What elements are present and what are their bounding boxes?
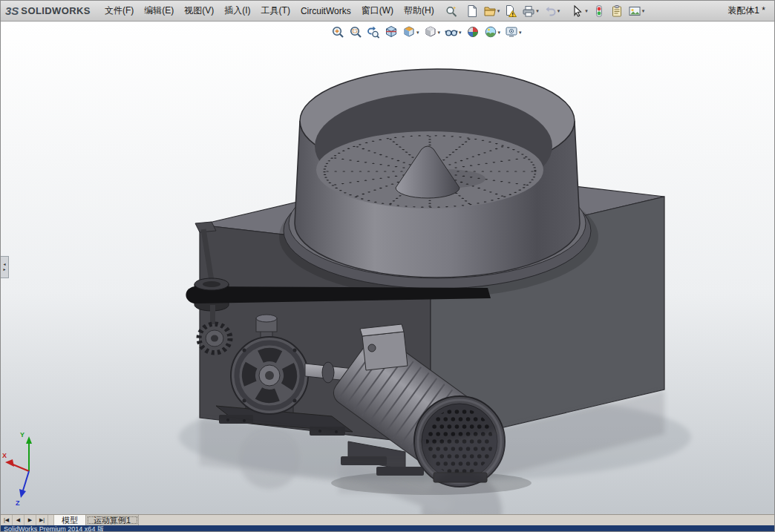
chevron-down-icon: ▾: [416, 30, 419, 35]
status-text: SolidWorks Premium 2014 x64 版: [4, 525, 104, 532]
search-icon: [445, 5, 457, 17]
zoom-fit-button[interactable]: [330, 24, 346, 40]
document-title: 装配体1 *: [727, 4, 765, 17]
chevron-down-icon: ▾: [498, 30, 501, 35]
chevron-down-icon: ▾: [557, 8, 560, 13]
menu-bar: 3S SOLIDWORKS 文件(F) 编辑(E) 视图(V) 插入(I) 工具…: [1, 1, 774, 22]
tab-model[interactable]: 模型: [54, 515, 86, 525]
panel-expand-handle[interactable]: ◂ ▸: [1, 256, 9, 278]
edit-appearance-button[interactable]: [465, 24, 481, 40]
rebuild-icon: [592, 4, 606, 18]
new-document-icon: [465, 4, 479, 18]
previous-view-button[interactable]: [365, 24, 382, 40]
view-settings-button[interactable]: ▾: [503, 24, 523, 40]
options-button[interactable]: ▾: [627, 2, 647, 20]
document-warning-button[interactable]: [503, 2, 519, 20]
menu-view[interactable]: 视图(V): [179, 1, 219, 20]
section-view-icon: [385, 25, 398, 39]
print-icon: [522, 4, 535, 18]
apply-scene-button[interactable]: ▾: [483, 24, 503, 40]
quick-access-toolbar: ▾ ▾: [463, 2, 647, 20]
chevron-down-icon: ▾: [519, 30, 522, 35]
hide-show-items-button[interactable]: ▾: [443, 24, 463, 40]
open-icon: [483, 4, 497, 18]
triad-x-label: X: [2, 452, 7, 459]
tab-splitter[interactable]: [48, 515, 54, 525]
panel-left-arrow-icon: ◂: [3, 262, 5, 267]
menu-tools[interactable]: 工具(T): [256, 1, 295, 20]
study-tab-bar: |◀ ◀ ▶ ▶| 模型 运动算例1: [1, 514, 774, 525]
chevron-down-icon: ▾: [642, 8, 645, 13]
brand-name: SOLIDWORKS: [21, 5, 91, 16]
viewport-3d-scene[interactable]: Y X Z: [1, 22, 775, 514]
file-properties-icon: [610, 4, 624, 18]
tab-nav-last-button[interactable]: ▶|: [36, 515, 48, 525]
menu-circuitworks[interactable]: CircuitWorks: [295, 3, 356, 19]
display-style-button[interactable]: ▾: [422, 24, 442, 40]
display-style-icon: [424, 25, 437, 39]
tab-nav-next-button[interactable]: ▶: [24, 515, 36, 525]
menu-window[interactable]: 窗口(W): [356, 1, 399, 20]
view-settings-icon: [505, 25, 518, 39]
turntable-bowl-part[interactable]: [279, 69, 598, 298]
triad-y-label: Y: [20, 431, 24, 439]
tab-motion-study-1[interactable]: 运动算例1: [86, 515, 139, 525]
tab-nav-prev-button[interactable]: ◀: [13, 515, 24, 525]
zoom-area-button[interactable]: [347, 24, 364, 40]
terminal-box: [362, 332, 408, 370]
tab-nav-first-button[interactable]: |◀: [1, 515, 13, 525]
orientation-triad: Y X Z: [2, 431, 32, 507]
view-orientation-button[interactable]: ▾: [401, 24, 421, 40]
chevron-down-icon: ▾: [497, 8, 500, 13]
gear: [199, 324, 230, 353]
menu-file[interactable]: 文件(F): [99, 1, 139, 20]
section-view-button[interactable]: [383, 24, 399, 40]
menu-insert[interactable]: 插入(I): [219, 1, 255, 20]
open-button[interactable]: ▾: [482, 2, 502, 20]
options-icon: [628, 4, 641, 18]
panel-right-arrow-icon: ▸: [3, 267, 5, 272]
chevron-down-icon: ▾: [438, 30, 441, 35]
zoom-area-icon: [349, 25, 362, 39]
select-arrow-icon: [571, 4, 584, 18]
3ds-logo-icon: 3S: [5, 4, 19, 17]
edit-appearance-icon: [466, 25, 480, 39]
print-button[interactable]: ▾: [520, 2, 540, 20]
triad-z-label: Z: [16, 499, 20, 507]
menu-edit[interactable]: 编辑(E): [139, 1, 179, 20]
menu-help[interactable]: 帮助(H): [399, 1, 439, 20]
graphics-area[interactable]: Y X Z: [1, 22, 775, 514]
solidworks-window: 3S SOLIDWORKS 文件(F) 编辑(E) 视图(V) 插入(I) 工具…: [0, 0, 775, 532]
file-properties-button[interactable]: [609, 2, 625, 20]
search-button[interactable]: [445, 5, 457, 17]
rebuild-button[interactable]: [591, 2, 607, 20]
heads-up-view-toolbar: ▾ ▾ ▾: [329, 24, 524, 40]
status-bar: SolidWorks Premium 2014 x64 版: [1, 525, 774, 532]
document-warning-icon: [504, 4, 517, 18]
undo-icon: [543, 4, 557, 18]
solidworks-logo: 3S SOLIDWORKS: [1, 1, 99, 21]
chevron-down-icon: ▾: [536, 8, 539, 13]
view-orientation-icon: [402, 25, 416, 39]
zoom-fit-icon: [331, 25, 344, 39]
previous-view-icon: [367, 25, 380, 39]
apply-scene-icon: [484, 25, 497, 39]
new-document-button[interactable]: [464, 2, 480, 20]
hide-show-items-icon: [445, 25, 458, 39]
chevron-down-icon: ▾: [459, 30, 462, 35]
undo-button[interactable]: ▾: [542, 2, 562, 20]
chevron-down-icon: ▾: [585, 8, 588, 13]
select-button[interactable]: ▾: [569, 2, 589, 20]
